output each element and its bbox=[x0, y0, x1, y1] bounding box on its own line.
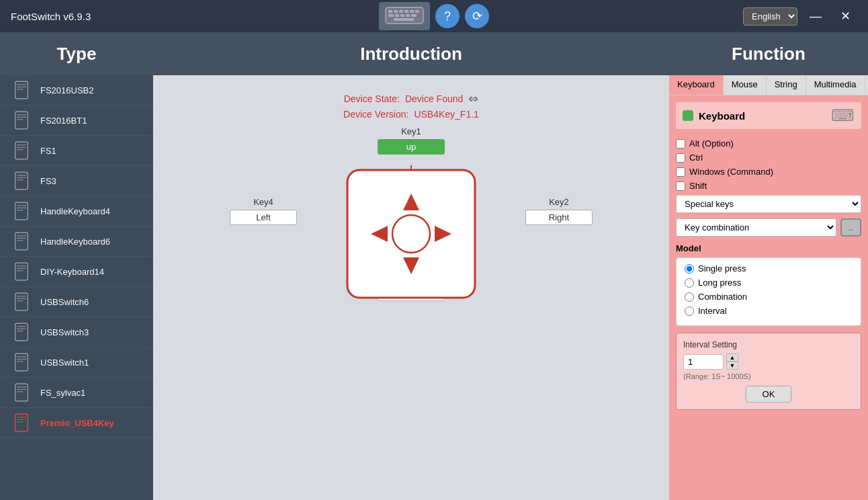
refresh-button[interactable]: ⟳ bbox=[465, 4, 489, 28]
svg-rect-53 bbox=[15, 384, 28, 401]
sidebar-item-FS2016USB2[interactable]: FS2016USB2 bbox=[0, 75, 153, 106]
keyboard-toggle: Keyboard ⌨ bbox=[676, 102, 861, 129]
checkbox-input-alt[interactable] bbox=[676, 139, 685, 149]
radio-input-interval[interactable] bbox=[685, 306, 694, 316]
radio-interval: Interval bbox=[685, 306, 853, 316]
titlebar-right: English — ✕ bbox=[743, 6, 857, 26]
svg-rect-13 bbox=[15, 81, 28, 99]
radio-label-combination: Combination bbox=[698, 292, 747, 302]
sidebar-label-FS3: FS3 bbox=[40, 176, 56, 186]
sidebar-label-FS_sylvac1: FS_sylvac1 bbox=[40, 388, 85, 398]
sidebar-item-HandleKeyboard4[interactable]: HandleKeyboard4 bbox=[0, 196, 153, 226]
function-panel: KeyboardMouseStringMultimediaGame Keyboa… bbox=[669, 75, 868, 500]
svg-rect-9 bbox=[400, 14, 404, 17]
sidebar-icon-USBSwitch3 bbox=[9, 324, 34, 340]
radio-long: Long press bbox=[685, 278, 853, 288]
checkbox-label-alt: Alt (Option) bbox=[689, 138, 734, 149]
sidebar-icon-HandleKeyboard4 bbox=[9, 203, 34, 219]
svg-rect-5 bbox=[410, 10, 414, 13]
sidebar-item-USBSwitch6[interactable]: USBSwitch6 bbox=[0, 287, 153, 317]
radio-input-long[interactable] bbox=[685, 278, 694, 288]
function-tabs: KeyboardMouseStringMultimediaGame bbox=[669, 75, 868, 95]
device-info: Device State: Device Found ⇔ Device Vers… bbox=[343, 91, 479, 120]
model-section: Model Single press Long press Combinatio… bbox=[676, 243, 861, 326]
close-button[interactable]: ✕ bbox=[834, 6, 857, 26]
sidebar-item-USBSwitch1[interactable]: USBSwitch1 bbox=[0, 347, 153, 378]
svg-rect-45 bbox=[15, 323, 28, 341]
function-content: Keyboard ⌨ Alt (Option) Ctrl Windows (Co… bbox=[669, 95, 868, 500]
titlebar: FootSwitch v6.9.3 ? ⟳ English bbox=[0, 0, 868, 32]
svg-rect-4 bbox=[404, 10, 408, 13]
main-content: FS2016USB2 FS2016BT1 FS1 bbox=[0, 75, 868, 500]
sidebar-icon-FS_sylvac1 bbox=[9, 384, 34, 401]
tab-keyboard[interactable]: Keyboard bbox=[669, 75, 724, 95]
svg-rect-21 bbox=[15, 142, 28, 159]
keyboard-icon: ⌨ bbox=[831, 106, 855, 125]
checkbox-input-shift[interactable] bbox=[676, 181, 685, 191]
radio-combination: Combination bbox=[685, 292, 853, 302]
interval-up-btn[interactable]: ▲ bbox=[726, 353, 738, 362]
svg-rect-12 bbox=[394, 18, 414, 21]
minimize-button[interactable]: — bbox=[803, 7, 828, 26]
device-state-value: Device Found bbox=[405, 93, 463, 104]
radio-single: Single press bbox=[685, 263, 853, 274]
sidebar-icon-FS2016BT1 bbox=[9, 112, 34, 128]
sidebar-item-USBSwitch3[interactable]: USBSwitch3 bbox=[0, 317, 153, 347]
svg-rect-49 bbox=[15, 353, 28, 371]
introduction-header: Introduction bbox=[153, 32, 669, 75]
svg-point-62 bbox=[392, 215, 430, 253]
sidebar-item-HandleKeyboard6[interactable]: HandleKeyboard6 bbox=[0, 226, 153, 257]
sidebar-label-FS2016BT1: FS2016BT1 bbox=[40, 116, 87, 126]
sidebar-item-DIY-Keyboard14[interactable]: DIY-Keyboard14 bbox=[0, 257, 153, 287]
bottom-buttons: ⌫ Clear 💾 Save ⚙ Initialization bbox=[273, 497, 550, 500]
device-version-value: USB4Key_F1.1 bbox=[414, 109, 479, 120]
interval-input[interactable] bbox=[683, 354, 724, 370]
tab-string[interactable]: String bbox=[767, 75, 806, 95]
dpad[interactable]: 1 2 3 4 bbox=[341, 163, 482, 307]
sidebar-icon-Premio_USB4Key bbox=[9, 415, 34, 431]
checkbox-input-ctrl[interactable] bbox=[676, 153, 685, 163]
language-select[interactable]: English bbox=[743, 7, 797, 26]
radio-input-single[interactable] bbox=[685, 264, 694, 274]
function-header: Function bbox=[669, 32, 868, 75]
svg-rect-25 bbox=[15, 172, 28, 190]
sidebar-label-USBSwitch3: USBSwitch3 bbox=[40, 327, 89, 337]
key-combo-btn[interactable]: .. bbox=[840, 218, 861, 237]
special-keys-row: Special keys bbox=[676, 195, 861, 213]
app-title: FootSwitch v6.9.3 bbox=[11, 11, 91, 22]
tab-game[interactable]: Game bbox=[865, 75, 868, 95]
sidebar-item-FS3[interactable]: FS3 bbox=[0, 166, 153, 196]
sidebar-item-FS1[interactable]: FS1 bbox=[0, 136, 153, 166]
ok-button[interactable]: OK bbox=[746, 386, 792, 403]
tab-multimedia[interactable]: Multimedia bbox=[806, 75, 865, 95]
sidebar-icon-FS1 bbox=[9, 142, 34, 159]
model-box: Single press Long press Combination Inte… bbox=[676, 257, 861, 326]
sidebar-label-FS1: FS1 bbox=[40, 146, 56, 156]
svg-rect-29 bbox=[15, 202, 28, 220]
svg-rect-37 bbox=[15, 263, 28, 280]
key-combination-row: Key combination .. bbox=[676, 218, 861, 237]
sidebar-icon-FS2016USB2 bbox=[9, 82, 34, 98]
checkbox-windows: Windows (Command) bbox=[676, 167, 861, 177]
type-header: Type bbox=[0, 32, 153, 75]
special-keys-select[interactable]: Special keys bbox=[676, 195, 861, 213]
sidebar-item-FS_sylvac1[interactable]: FS_sylvac1 bbox=[0, 378, 153, 408]
svg-rect-2 bbox=[394, 10, 398, 13]
help-button[interactable]: ? bbox=[435, 4, 460, 28]
keyboard-led bbox=[683, 110, 693, 121]
section-headers: Type Introduction Function bbox=[0, 32, 868, 75]
radio-input-combination[interactable] bbox=[685, 292, 694, 302]
svg-rect-7 bbox=[388, 14, 394, 17]
key-combination-select[interactable]: Key combination bbox=[676, 218, 836, 237]
sidebar-item-FS2016BT1[interactable]: FS2016BT1 bbox=[0, 106, 153, 136]
checkbox-input-windows[interactable] bbox=[676, 167, 685, 177]
tab-mouse[interactable]: Mouse bbox=[724, 75, 767, 95]
svg-text:2: 2 bbox=[437, 228, 443, 239]
svg-rect-10 bbox=[406, 14, 410, 17]
controller-area: Key1 up Key2 Right Key3 Down Key4 Left bbox=[223, 126, 599, 335]
sidebar-item-Premio_USB4Key[interactable]: Premio_USB4Key bbox=[0, 408, 153, 438]
interval-down-btn[interactable]: ▼ bbox=[726, 362, 738, 370]
device-version-label: Device Version: bbox=[343, 109, 408, 120]
svg-text:1: 1 bbox=[408, 196, 415, 207]
device-version-row: Device Version: USB4Key_F1.1 bbox=[343, 109, 479, 120]
